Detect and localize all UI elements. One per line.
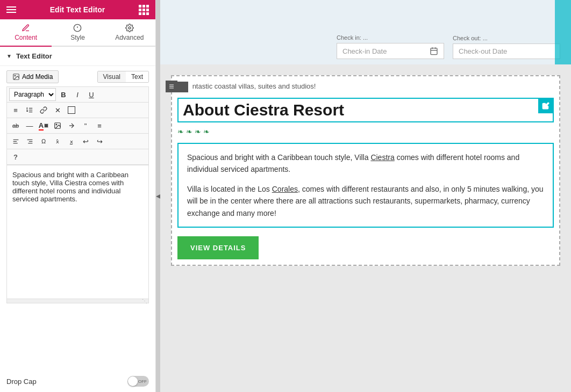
- view-tab-text[interactable]: Text: [126, 71, 148, 82]
- underline-button[interactable]: U: [85, 88, 98, 101]
- decorative-dots: ❧❧❧❧: [177, 127, 554, 136]
- bold-button[interactable]: B: [57, 88, 70, 101]
- drop-cap-toggle[interactable]: [127, 376, 149, 387]
- svg-rect-25: [169, 88, 174, 89]
- add-media-label: Add Media: [22, 73, 53, 81]
- svg-rect-23: [169, 85, 174, 85]
- svg-point-5: [15, 75, 16, 76]
- link-button[interactable]: [37, 104, 50, 117]
- grid-icon[interactable]: [139, 5, 149, 15]
- hamburger-icon[interactable]: [6, 6, 16, 13]
- align-justify-button[interactable]: ≡: [93, 119, 106, 132]
- drop-cap-label: Drop Cap: [6, 378, 37, 386]
- checkout-placeholder: Check-out Date: [459, 47, 507, 55]
- toggle-knob: [128, 376, 138, 386]
- superscript-button[interactable]: x̄: [51, 135, 64, 148]
- toolbar-row-4: Ω x̄ x̲ ↩ ↪: [7, 134, 148, 149]
- svg-point-11: [56, 124, 57, 125]
- checkout-input-wrap[interactable]: Check-out Date: [453, 43, 560, 59]
- add-media-row: Add Media Visual Text: [6, 70, 149, 83]
- about-title-container: About Ciestra Resort: [177, 98, 554, 122]
- align-right-button[interactable]: [23, 135, 36, 148]
- checkout-label: Check out: ...: [453, 35, 560, 41]
- format-select[interactable]: Paragraph Heading 1 Heading 2: [9, 88, 56, 101]
- list-ol-button[interactable]: [23, 104, 36, 117]
- add-media-button[interactable]: Add Media: [6, 70, 59, 83]
- tab-content-label: Content: [15, 34, 37, 41]
- tab-content[interactable]: Content: [0, 19, 52, 47]
- selected-widget: ntastic coastal villas, suites and studi…: [171, 75, 560, 266]
- fullscreen-button[interactable]: [65, 104, 78, 117]
- strikethrough-button[interactable]: ab: [9, 119, 22, 132]
- checkin-input-wrap[interactable]: Check-in Date: [337, 43, 444, 59]
- checkout-field: Check out: ... Check-out Date: [453, 35, 560, 59]
- italic-button[interactable]: I: [71, 88, 84, 101]
- section-header[interactable]: ▼ Text Editor: [0, 47, 155, 66]
- svg-rect-9: [27, 111, 28, 111]
- text-editor-content[interactable]: Spacious and bright with a Caribbean tou…: [6, 165, 149, 299]
- unlink-button[interactable]: ✕: [51, 104, 64, 117]
- top-cyan-bar: [555, 0, 571, 64]
- calendar-icon: [430, 47, 438, 55]
- toolbar-row-2: ≡ ✕: [7, 103, 148, 118]
- list-ul-button[interactable]: ≡: [9, 104, 22, 117]
- tab-style-label: Style: [70, 34, 85, 41]
- editor-toolbar: Paragraph Heading 1 Heading 2 B I U ≡: [6, 86, 149, 165]
- svg-rect-24: [169, 86, 174, 87]
- view-tabs: Visual Text: [97, 71, 149, 83]
- left-panel: Edit Text Editor Content Style Advanced: [0, 0, 156, 392]
- resize-handle[interactable]: [6, 299, 149, 303]
- drop-cap-row: Drop Cap: [0, 371, 155, 392]
- right-panel: Check in: ... Check-in Date Check out: .…: [160, 0, 571, 392]
- clear-format-button[interactable]: [65, 119, 78, 132]
- paragraph-2: Villa is located in the Los Corales, com…: [187, 183, 544, 219]
- toolbar-row-5: ?: [7, 149, 148, 165]
- view-details-label: VIEW DETAILS: [190, 244, 246, 252]
- checkin-label: Check in: ...: [337, 34, 444, 41]
- promo-text: ntastic coastal villas, suites and studi…: [177, 82, 554, 92]
- font-color-button[interactable]: A: [37, 119, 50, 132]
- checkin-field: Check in: ... Check-in Date: [337, 34, 444, 59]
- section-arrow: ▼: [6, 53, 12, 59]
- svg-rect-19: [431, 48, 437, 55]
- paragraph-1: Spacious and bright with a Caribbean tou…: [187, 151, 544, 176]
- tab-style[interactable]: Style: [52, 19, 103, 47]
- view-details-button[interactable]: VIEW DETAILS: [177, 236, 259, 259]
- media-btn[interactable]: [51, 119, 64, 132]
- checkin-placeholder: Check-in Date: [342, 47, 387, 55]
- editor-area: Add Media Visual Text Paragraph Heading …: [0, 66, 155, 371]
- toolbar-row-3: ab — A " ≡: [7, 118, 148, 134]
- widget-drag-handle[interactable]: [166, 81, 177, 92]
- edit-widget-button[interactable]: [538, 98, 553, 113]
- special-char-button[interactable]: Ω: [37, 135, 50, 148]
- align-left-button[interactable]: [9, 135, 22, 148]
- redo-button[interactable]: ↪: [93, 135, 106, 148]
- help-button[interactable]: ?: [9, 150, 22, 163]
- about-title: About Ciestra Resort: [183, 101, 344, 119]
- panel-tabs: Content Style Advanced: [0, 19, 155, 47]
- undo-button[interactable]: ↩: [79, 135, 92, 148]
- toolbar-row-1: Paragraph Heading 1 Heading 2 B I U: [7, 87, 148, 103]
- panel-resize-handle[interactable]: [156, 0, 160, 392]
- booking-bar: Check in: ... Check-in Date Check out: .…: [160, 0, 571, 64]
- tab-advanced[interactable]: Advanced: [104, 19, 155, 47]
- text-content-box: Spacious and bright with a Caribbean tou…: [177, 143, 554, 228]
- hr-button[interactable]: —: [23, 119, 36, 132]
- panel-title: Edit Text Editor: [50, 5, 105, 14]
- subscript-button[interactable]: x̲: [65, 135, 78, 148]
- view-tab-visual[interactable]: Visual: [98, 71, 126, 82]
- content-area: ntastic coastal villas, suites and studi…: [160, 64, 571, 282]
- svg-point-3: [129, 27, 131, 29]
- editor-text: Spacious and bright with a Caribbean tou…: [12, 171, 129, 203]
- section-label: Text Editor: [16, 52, 52, 60]
- panel-header: Edit Text Editor: [0, 0, 155, 19]
- tab-advanced-label: Advanced: [115, 34, 144, 41]
- blockquote-button[interactable]: ": [79, 119, 92, 132]
